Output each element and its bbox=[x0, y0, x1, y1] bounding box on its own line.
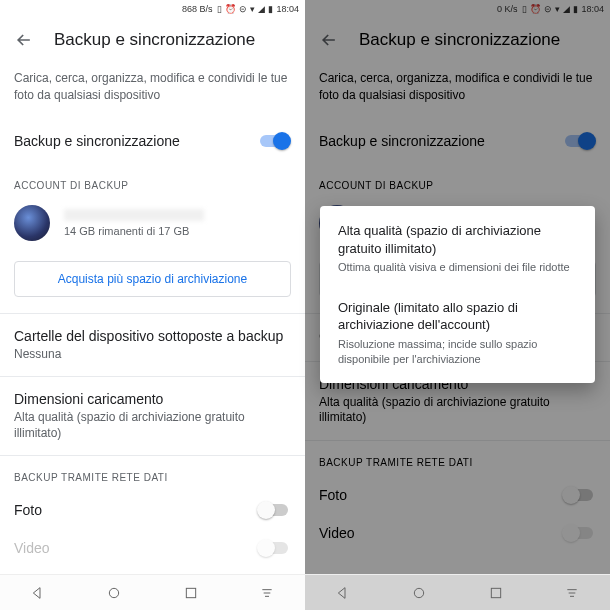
buy-storage-button[interactable]: Acquista più spazio di archiviazione bbox=[14, 261, 291, 297]
upload-size-sub: Alta qualità (spazio di archiviazione gr… bbox=[14, 410, 291, 441]
cellular-video-label: Video bbox=[14, 540, 50, 556]
cellular-video-label: Video bbox=[319, 525, 355, 541]
dialog-option-sub: Ottima qualità visiva e dimensioni dei f… bbox=[338, 260, 577, 275]
app-header: Backup e sincronizzazione bbox=[305, 18, 610, 60]
signal-icon: ◢ bbox=[258, 4, 265, 14]
backup-toggle-switch[interactable] bbox=[562, 132, 596, 150]
device-folders-sub: Nessuna bbox=[14, 347, 291, 363]
back-icon[interactable] bbox=[319, 30, 339, 50]
app-header: Backup e sincronizzazione bbox=[0, 18, 305, 60]
cellular-video-row[interactable]: Video bbox=[305, 514, 610, 552]
device-folders-row[interactable]: Cartelle del dispositivo sottoposte a ba… bbox=[0, 314, 305, 377]
network-speed: 868 B/s bbox=[182, 4, 213, 14]
vibrate-icon: ▯ bbox=[217, 4, 222, 14]
nav-recent-icon[interactable] bbox=[488, 585, 504, 601]
dnd-icon: ⊝ bbox=[239, 4, 247, 14]
nav-home-icon[interactable] bbox=[411, 585, 427, 601]
backup-toggle-row[interactable]: Backup e sincronizzazione bbox=[305, 118, 610, 164]
dialog-option-high-quality[interactable]: Alta qualità (spazio di archiviazione gr… bbox=[320, 210, 595, 287]
wifi-icon: ▾ bbox=[250, 4, 255, 14]
page-title: Backup e sincronizzazione bbox=[54, 30, 255, 50]
nav-bar bbox=[305, 574, 610, 610]
upload-size-dialog: Alta qualità (spazio di archiviazione gr… bbox=[320, 206, 595, 383]
cellular-video-toggle bbox=[562, 524, 596, 542]
dialog-option-sub: Risoluzione massima; incide sullo spazio… bbox=[338, 337, 577, 367]
dialog-option-title: Alta qualità (spazio di archiviazione gr… bbox=[338, 222, 577, 257]
account-storage: 14 GB rimanenti di 17 GB bbox=[64, 225, 291, 237]
dnd-icon: ⊝ bbox=[544, 4, 552, 14]
upload-size-row[interactable]: Dimensioni caricamento Alta qualità (spa… bbox=[0, 377, 305, 455]
alarm-icon: ⏰ bbox=[225, 4, 236, 14]
svg-point-2 bbox=[415, 588, 424, 597]
section-cellular: BACKUP TRAMITE RETE DATI bbox=[305, 441, 610, 476]
svg-point-0 bbox=[110, 588, 119, 597]
svg-rect-3 bbox=[491, 588, 500, 597]
backup-toggle-row[interactable]: Backup e sincronizzazione bbox=[0, 118, 305, 164]
screen-right: 0 K/s ▯ ⏰ ⊝ ▾ ◢ ▮ 18:04 Backup e sincron… bbox=[305, 0, 610, 610]
screen-left: 868 B/s ▯ ⏰ ⊝ ▾ ◢ ▮ 18:04 Backup e sincr… bbox=[0, 0, 305, 610]
dialog-option-original[interactable]: Originale (limitato allo spazio di archi… bbox=[320, 287, 595, 379]
cellular-photos-toggle[interactable] bbox=[562, 486, 596, 504]
section-account: ACCOUNT DI BACKUP bbox=[305, 164, 610, 199]
upload-size-title: Dimensioni caricamento bbox=[14, 391, 291, 407]
signal-icon: ◢ bbox=[563, 4, 570, 14]
back-icon[interactable] bbox=[14, 30, 34, 50]
backup-toggle-label: Backup e sincronizzazione bbox=[14, 133, 180, 149]
cellular-photos-row[interactable]: Foto bbox=[0, 491, 305, 529]
dialog-option-title: Originale (limitato allo spazio di archi… bbox=[338, 299, 577, 334]
svg-rect-1 bbox=[186, 588, 195, 597]
nav-back-icon[interactable] bbox=[30, 585, 46, 601]
account-email bbox=[64, 209, 204, 221]
status-bar: 868 B/s ▯ ⏰ ⊝ ▾ ◢ ▮ 18:04 bbox=[0, 0, 305, 18]
status-bar: 0 K/s ▯ ⏰ ⊝ ▾ ◢ ▮ 18:04 bbox=[305, 0, 610, 18]
cellular-photos-row[interactable]: Foto bbox=[305, 476, 610, 514]
vibrate-icon: ▯ bbox=[522, 4, 527, 14]
battery-icon: ▮ bbox=[268, 4, 273, 14]
nav-back-icon[interactable] bbox=[335, 585, 351, 601]
cellular-video-row[interactable]: Video bbox=[0, 529, 305, 567]
clock: 18:04 bbox=[276, 4, 299, 14]
cellular-video-toggle bbox=[257, 539, 291, 557]
cellular-photos-label: Foto bbox=[14, 502, 42, 518]
cellular-photos-label: Foto bbox=[319, 487, 347, 503]
avatar bbox=[14, 205, 50, 241]
clock: 18:04 bbox=[581, 4, 604, 14]
backup-toggle-label: Backup e sincronizzazione bbox=[319, 133, 485, 149]
section-cellular: BACKUP TRAMITE RETE DATI bbox=[0, 456, 305, 491]
alarm-icon: ⏰ bbox=[530, 4, 541, 14]
account-row[interactable]: 14 GB rimanenti di 17 GB bbox=[0, 199, 305, 251]
battery-icon: ▮ bbox=[573, 4, 578, 14]
page-title: Backup e sincronizzazione bbox=[359, 30, 560, 50]
network-speed: 0 K/s bbox=[497, 4, 518, 14]
wifi-icon: ▾ bbox=[555, 4, 560, 14]
nav-bar bbox=[0, 574, 305, 610]
nav-drawer-icon[interactable] bbox=[564, 585, 580, 601]
nav-home-icon[interactable] bbox=[106, 585, 122, 601]
upload-size-sub: Alta qualità (spazio di archiviazione gr… bbox=[319, 395, 596, 426]
page-description: Carica, cerca, organizza, modifica e con… bbox=[0, 60, 305, 118]
nav-recent-icon[interactable] bbox=[183, 585, 199, 601]
cellular-photos-toggle[interactable] bbox=[257, 501, 291, 519]
section-account: ACCOUNT DI BACKUP bbox=[0, 164, 305, 199]
device-folders-title: Cartelle del dispositivo sottoposte a ba… bbox=[14, 328, 291, 344]
page-description: Carica, cerca, organizza, modifica e con… bbox=[305, 60, 610, 118]
backup-toggle-switch[interactable] bbox=[257, 132, 291, 150]
nav-drawer-icon[interactable] bbox=[259, 585, 275, 601]
